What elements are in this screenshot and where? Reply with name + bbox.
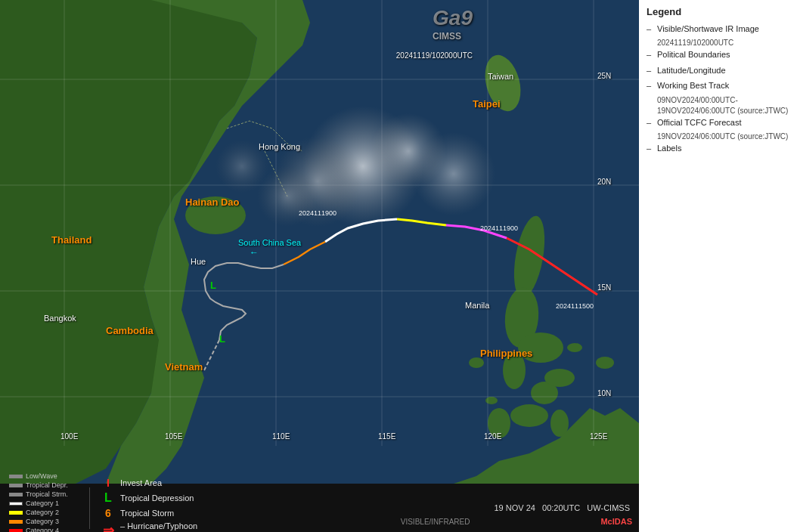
svg-point-6 [503,351,526,389]
invest-row: I Invest Area [102,477,239,489]
mcidas-label: McIDAS [600,517,632,526]
svg-point-13 [485,397,498,404]
legend-visible-label: Visible/Shortwave IR Image [657,23,759,35]
ts-row: 6 Tropical Storm [102,507,239,519]
cimss-logo: Ga9 CIMSS [433,6,473,42]
invest-label: Invest Area [120,478,162,487]
bottom-date: 19 NOV 24 00:20UTC UW-CIMSS [494,503,630,512]
svg-point-5 [518,332,563,363]
legend-official-sub: 19NOV2024/06:00UTC (source:JTWC) [657,132,789,141]
cat4-swatch: Category 4 [9,527,77,532]
legend-best-track: – Working Best Track [647,80,789,91]
td-swatch: Tropical Depr. [9,481,77,489]
timestamp-label: 20241119/102000UTC [396,51,473,60]
legend-latlng-label: Latitude/Longitude [657,65,726,76]
td-sym-label: Tropical Depression [120,493,194,503]
legend-bottom: Low/Wave Tropical Depr. Tropical Strm. C… [0,484,639,532]
legend-visible-sub: 20241119/102000UTC [657,39,789,47]
hurricane-symbol: ⇒ [102,522,114,533]
td-symbol: L [102,491,114,505]
ts-sym-label: Tropical Storm [120,509,174,518]
svg-point-12 [469,357,484,368]
legend-official-label: Official TCFC Forecast [657,117,741,128]
legend-best-track-sub1: 09NOV2024/00:00UTC- [657,96,789,104]
legend-title: Legend [647,6,789,17]
legend-panel: Legend – Visible/Shortwave IR Image 2024… [639,0,797,532]
low-wave-swatch: Low/Wave [9,472,77,480]
legend-labels-label: Labels [657,143,681,154]
legend-official-forecast: – Official TCFC Forecast [647,117,789,128]
svg-point-30 [412,132,495,215]
map-container: L L 2024111900 2024111900 2024111500 ← T… [0,0,639,484]
bottom-type: VISIBLE/INFRARED [401,518,470,529]
legend-labels: – Labels [647,143,789,154]
svg-point-14 [567,343,582,352]
svg-point-1 [185,196,246,234]
legend-best-track-label: Working Best Track [657,80,729,91]
svg-point-9 [510,404,548,427]
svg-point-15 [596,357,614,369]
svg-point-31 [216,140,268,193]
hurricane-row: ⇒ – Hurricane/Typhoon(w/category) [102,521,239,533]
legend-political: – Political Boundaries [647,49,789,60]
legend-political-label: Political Boundaries [657,49,730,60]
legend-latlng: – Latitude/Longitude [647,65,789,76]
ts-symbol: 6 [102,507,114,519]
hurricane-label: – Hurricane/Typhoon(w/category) [120,521,197,533]
legend-best-track-sub2: 19NOV2024/06:00UTC (source:JTWC) [657,107,789,115]
invest-symbol: I [102,477,114,489]
cat1-swatch: Category 1 [9,500,77,507]
cat2-swatch: Category 2 [9,509,77,516]
symbol-legend: I Invest Area L Tropical Depression 6 Tr… [102,477,239,533]
svg-point-10 [488,408,510,438]
category-legend: Low/Wave Tropical Depr. Tropical Strm. C… [9,472,77,532]
ts-swatch: Tropical Strm. [9,490,77,498]
cat3-swatch: Category 3 [9,518,77,525]
legend-visible-ir: – Visible/Shortwave IR Image [647,23,789,35]
svg-point-8 [544,369,575,387]
td-row: L Tropical Depression [102,491,239,505]
